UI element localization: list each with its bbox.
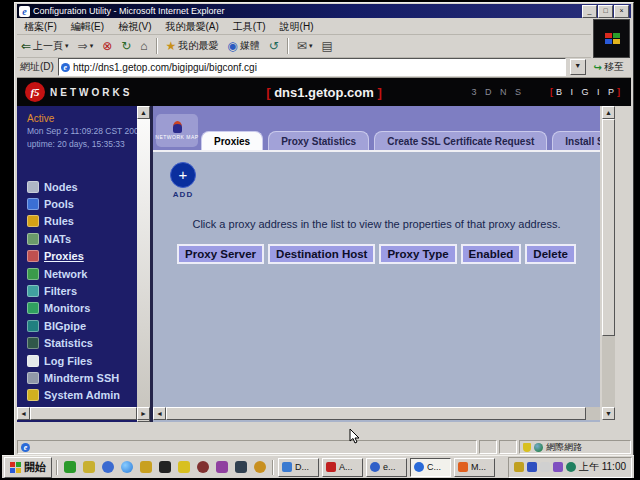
sidebar-item-filters[interactable]: Filters — [27, 282, 134, 299]
scroll-thumb[interactable] — [166, 407, 586, 420]
task-button-4[interactable]: C... — [410, 458, 451, 477]
back-button[interactable]: ⇐ 上一頁 ▾ — [17, 38, 73, 54]
task-button-2[interactable]: A... — [322, 458, 363, 477]
sidebar-item-bigpipe[interactable]: BIGpipe — [27, 317, 134, 334]
tray-icon[interactable] — [540, 462, 550, 472]
favorites-button[interactable]: ★ 我的最愛 — [162, 38, 223, 54]
ie-page-icon: e — [19, 6, 30, 17]
menu-favorites[interactable]: 我的最愛(A) — [158, 20, 225, 34]
tray-icon[interactable] — [527, 462, 537, 472]
go-button[interactable]: ↪ 移至 — [590, 59, 628, 75]
system-admin-icon — [27, 389, 39, 401]
task-button-3[interactable]: e... — [366, 458, 407, 477]
close-button[interactable]: × — [614, 5, 629, 18]
favorites-icon: ★ — [166, 40, 177, 52]
proxy-table-header-row: Proxy Server Destination Host Proxy Type… — [153, 244, 600, 264]
sidebar-item-system-admin[interactable]: System Admin — [27, 387, 134, 404]
main-horizontal-scrollbar[interactable]: ◄ — [153, 407, 600, 420]
sidebar-scrollbar[interactable]: ▲ ▼ — [137, 106, 150, 422]
print-button[interactable]: ▤ — [317, 39, 336, 53]
network-map-button[interactable]: NETWORK MAP — [156, 114, 198, 147]
bigpipe-icon — [27, 320, 39, 332]
task-button-1[interactable]: D... — [278, 458, 319, 477]
restore-button[interactable]: □ — [598, 5, 613, 18]
quick-launch-icon-11[interactable] — [252, 459, 268, 475]
hostname-banner: [ dns1.getop.com ] — [17, 85, 631, 100]
refresh-icon: ↻ — [121, 40, 131, 52]
sidebar-item-nats[interactable]: NATs — [27, 230, 134, 247]
windows-flag-icon — [605, 33, 619, 44]
sidebar-item-rules[interactable]: Rules — [27, 213, 134, 230]
quick-launch-icon-5[interactable] — [138, 459, 154, 475]
quick-launch-icon-2[interactable] — [81, 459, 97, 475]
status-segment — [499, 440, 517, 454]
mail-button[interactable]: ✉ ▾ — [293, 39, 317, 53]
menu-edit[interactable]: 編輯(E) — [64, 20, 111, 34]
sidebar-item-mindterm-ssh[interactable]: Mindterm SSH — [27, 369, 134, 386]
sidebar-item-log-files[interactable]: Log Files — [27, 352, 134, 369]
scroll-up-icon[interactable]: ▲ — [137, 106, 150, 119]
add-proxy[interactable]: + ADD — [165, 162, 201, 199]
sidebar-item-proxies[interactable]: Proxies — [27, 248, 134, 265]
refresh-button[interactable]: ↻ — [117, 39, 135, 53]
tab-proxy-statistics[interactable]: Proxy Statistics — [268, 131, 369, 150]
home-button[interactable]: ⌂ — [136, 39, 151, 53]
quick-launch-icon-1[interactable] — [62, 459, 78, 475]
go-arrow-icon: ↪ — [594, 62, 602, 73]
security-zone-segment: 網際網路 — [519, 440, 631, 454]
page-content: f5 NETWORKS [ dns1.getop.com ] 3 D N S [… — [17, 78, 631, 438]
scroll-down-icon[interactable]: ▼ — [602, 407, 615, 420]
window-icon — [458, 462, 468, 472]
add-plus-icon[interactable]: + — [170, 162, 196, 188]
monitors-icon — [27, 302, 39, 314]
menu-file[interactable]: 檔案(F) — [17, 20, 64, 34]
minimize-button[interactable]: _ — [582, 5, 597, 18]
tab-proxies[interactable]: Proxies — [201, 131, 263, 150]
quick-launch-icon-6[interactable] — [157, 459, 173, 475]
print-icon: ▤ — [321, 40, 332, 52]
tray-volume-icon[interactable] — [514, 462, 524, 472]
toolbar-separator — [156, 38, 158, 54]
address-input[interactable]: e http://dns1.getop.com/bigipgui/bigconf… — [58, 58, 566, 76]
scroll-up-icon[interactable]: ▲ — [602, 106, 615, 119]
address-dropdown-button[interactable]: ▼ — [570, 59, 586, 75]
system-tray: 上午 11:00 — [508, 457, 632, 478]
quick-launch-icon-7[interactable] — [176, 459, 192, 475]
tray-icon[interactable] — [553, 462, 563, 472]
scroll-thumb[interactable] — [30, 407, 137, 420]
quick-launch-icon-3[interactable] — [100, 459, 116, 475]
sidebar-item-nodes[interactable]: Nodes — [27, 178, 134, 195]
tab-create-ssl-certificate-request[interactable]: Create SSL Certificate Request — [374, 131, 547, 150]
quick-launch-icon-8[interactable] — [195, 459, 211, 475]
sidebar-horizontal-scrollbar[interactable]: ◄ ► — [17, 407, 150, 420]
scroll-thumb[interactable] — [602, 119, 615, 336]
sidebar-item-monitors[interactable]: Monitors — [27, 300, 134, 317]
menu-view[interactable]: 檢視(V) — [111, 20, 158, 34]
quick-launch-icon-10[interactable] — [233, 459, 249, 475]
tray-icon[interactable] — [566, 462, 576, 472]
main-vertical-scrollbar[interactable]: ▲ — [602, 106, 615, 408]
column-delete: Delete — [525, 244, 576, 264]
tab-install-ssl-certificate[interactable]: Install SSL Certif — [552, 131, 600, 150]
sidebar-item-pools[interactable]: Pools — [27, 195, 134, 212]
scroll-left-icon[interactable]: ◄ — [17, 407, 30, 420]
forward-button[interactable]: ⇒ ▾ — [74, 39, 98, 53]
task-button-5[interactable]: M... — [454, 458, 495, 477]
history-button[interactable]: ↺ — [265, 39, 283, 53]
status-uptime: uptime: 20 days, 15:35:33 — [27, 138, 150, 151]
media-button[interactable]: ◉ 媒體 — [223, 38, 263, 54]
sidebar-item-statistics[interactable]: Statistics — [27, 335, 134, 352]
start-button[interactable]: 開始 — [4, 457, 52, 478]
scroll-right-icon[interactable]: ► — [137, 407, 150, 420]
status-bar: e 網際網路 — [17, 440, 631, 454]
quick-launch-icon-9[interactable] — [214, 459, 230, 475]
quick-launch-icon-4[interactable] — [119, 459, 135, 475]
zone-label: 網際網路 — [546, 441, 582, 454]
sidebar-item-network[interactable]: Network — [27, 265, 134, 282]
menu-tools[interactable]: 工具(T) — [226, 20, 273, 34]
scroll-left-icon[interactable]: ◄ — [153, 407, 166, 420]
menu-help[interactable]: 說明(H) — [273, 20, 321, 34]
stop-button[interactable]: ⊗ — [98, 39, 116, 53]
url-text: http://dns1.getop.com/bigipgui/bigconf.c… — [73, 62, 257, 73]
main-frame: NETWORK MAP Proxies Proxy Statistics Cre… — [153, 106, 600, 422]
